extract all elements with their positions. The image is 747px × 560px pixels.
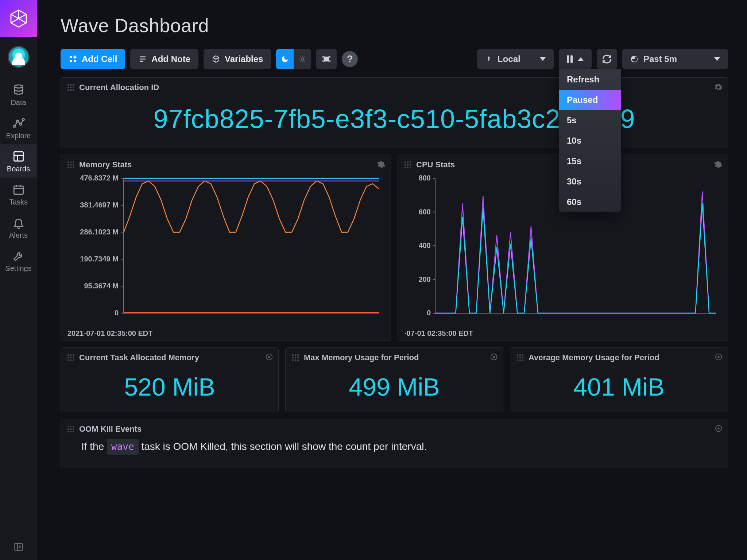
- panel-title: OOM Kill Events: [79, 424, 142, 434]
- panel-settings-button[interactable]: [714, 83, 723, 93]
- drag-handle-icon[interactable]: [67, 162, 74, 168]
- dashboard-icon: [12, 150, 25, 163]
- sidebar-item-label: Data: [11, 98, 26, 107]
- sidebar-collapse[interactable]: [0, 542, 37, 552]
- stat-value: 401 MiB: [510, 368, 728, 412]
- dropdown-item-60s[interactable]: 60s: [559, 192, 621, 212]
- panel-settings-button[interactable]: [490, 353, 498, 362]
- panel-settings-button[interactable]: [265, 353, 273, 362]
- svg-text:381.4697 M: 381.4697 M: [80, 201, 119, 209]
- help-icon: ?: [347, 53, 353, 65]
- svg-rect-5: [14, 152, 23, 161]
- theme-dark-button[interactable]: [276, 49, 294, 69]
- bell-icon: [12, 217, 25, 229]
- svg-point-48: [717, 427, 720, 429]
- note-text: If the: [81, 441, 107, 452]
- gear-icon: [377, 160, 386, 169]
- stat-value: 499 MiB: [286, 368, 503, 412]
- note-icon: [138, 55, 147, 63]
- panel-title: Average Memory Usage for Period: [529, 353, 659, 362]
- gear-icon: [715, 353, 723, 361]
- add-cell-button[interactable]: Add Cell: [61, 49, 125, 69]
- drag-handle-icon[interactable]: [405, 162, 411, 168]
- drag-handle-icon[interactable]: [67, 426, 74, 432]
- sidebar-item-tasks[interactable]: Tasks: [0, 178, 37, 211]
- avatar[interactable]: [8, 46, 30, 68]
- theme-light-button[interactable]: [294, 49, 311, 69]
- cube-outline-icon: [212, 55, 220, 63]
- dropdown-item-10s[interactable]: 10s: [559, 131, 621, 151]
- sidebar-item-alerts[interactable]: Alerts: [0, 211, 37, 244]
- sidebar-item-explore[interactable]: Explore: [0, 111, 37, 144]
- time-range-select[interactable]: Past 5m: [622, 49, 728, 69]
- dropdown-item-paused[interactable]: Paused: [559, 90, 621, 110]
- svg-rect-6: [14, 186, 23, 194]
- note-text: task is OOM Killed, this section will sh…: [141, 441, 427, 452]
- app-logo[interactable]: [0, 0, 37, 37]
- allocation-id-value: 97fcb825-7fb5-e3f3-c510-5fab3c2e9659: [61, 97, 728, 148]
- refresh-interval-select[interactable]: [559, 49, 592, 69]
- panel-settings-button[interactable]: [377, 160, 386, 170]
- upload-icon: [485, 55, 492, 63]
- dropdown-item-5s[interactable]: 5s: [559, 110, 621, 131]
- refresh-now-button[interactable]: [597, 49, 617, 69]
- gear-icon: [490, 353, 498, 361]
- svg-rect-7: [15, 544, 22, 551]
- drag-handle-icon[interactable]: [67, 84, 74, 91]
- sidebar-item-data[interactable]: Data: [0, 78, 37, 111]
- button-label: Add Note: [151, 54, 190, 64]
- svg-point-11: [301, 58, 304, 60]
- panel-settings-button[interactable]: [715, 424, 723, 434]
- button-label: Variables: [225, 54, 263, 64]
- select-label: Local: [498, 54, 520, 64]
- svg-rect-10: [74, 60, 76, 62]
- panel-settings-button[interactable]: [714, 160, 723, 170]
- variables-button[interactable]: Variables: [204, 49, 271, 69]
- pause-icon: [567, 55, 573, 63]
- memory-chart: 095.3674 M190.7349 M286.1023 M381.4697 M…: [61, 175, 391, 327]
- sidebar-item-boards[interactable]: Boards: [0, 144, 37, 178]
- svg-text:476.8372 M: 476.8372 M: [80, 175, 119, 182]
- drag-handle-icon[interactable]: [292, 354, 299, 361]
- sidebar-item-label: Settings: [5, 264, 31, 273]
- dropdown-item-30s[interactable]: 30s: [559, 171, 621, 192]
- gear-icon: [714, 83, 723, 92]
- refresh-interval-dropdown: Refresh Paused 5s 10s 15s 30s 60s: [559, 69, 621, 212]
- cpu-chart-x-timestamp: ·07-01 02:35:00 EDT: [398, 327, 728, 341]
- svg-text:0: 0: [427, 309, 431, 317]
- svg-text:190.7349 M: 190.7349 M: [80, 255, 119, 263]
- sidebar-item-label: Tasks: [9, 198, 28, 206]
- main: Wave Dashboard Add Cell Add Note Variabl…: [37, 0, 747, 560]
- gear-icon: [714, 160, 723, 169]
- drag-handle-icon[interactable]: [67, 354, 74, 361]
- svg-text:600: 600: [419, 208, 431, 216]
- clock-icon: [630, 55, 638, 63]
- memory-chart-x-timestamp: 2021-07-01 02:35:00 EDT: [61, 327, 391, 341]
- dropdown-item-refresh[interactable]: Refresh: [559, 69, 621, 90]
- panel-title: CPU Stats: [416, 160, 455, 170]
- panel-title: Memory Stats: [79, 160, 132, 170]
- sidebar-item-settings[interactable]: Settings: [0, 244, 37, 277]
- dropdown-item-15s[interactable]: 15s: [559, 151, 621, 171]
- sidebar: Data Explore Boards Tasks: [0, 0, 37, 560]
- note-code: wave: [107, 439, 139, 455]
- panel-title: Current Allocation ID: [79, 83, 159, 92]
- drag-handle-icon[interactable]: [517, 354, 523, 361]
- panel-alloc-mem: Current Task Allocated Memory 520 MiB: [61, 347, 279, 412]
- panel-settings-button[interactable]: [715, 353, 723, 362]
- svg-rect-9: [70, 60, 72, 62]
- source-select[interactable]: Local: [477, 49, 554, 69]
- button-label: Add Cell: [82, 54, 117, 64]
- svg-rect-12: [324, 57, 329, 61]
- nav: Data Explore Boards Tasks: [0, 78, 37, 277]
- sidebar-item-label: Boards: [7, 165, 30, 173]
- svg-point-4: [22, 118, 24, 121]
- help-button[interactable]: ?: [342, 51, 358, 67]
- add-note-button[interactable]: Add Note: [130, 49, 198, 69]
- panel-memory-stats: Memory Stats 095.3674 M190.7349 M286.102…: [61, 155, 391, 341]
- toolbar: Add Cell Add Note Variables: [61, 49, 728, 69]
- presentation-icon: [322, 54, 331, 64]
- sun-icon: [298, 55, 306, 63]
- gear-icon: [715, 424, 723, 432]
- presentation-mode-button[interactable]: [316, 49, 337, 69]
